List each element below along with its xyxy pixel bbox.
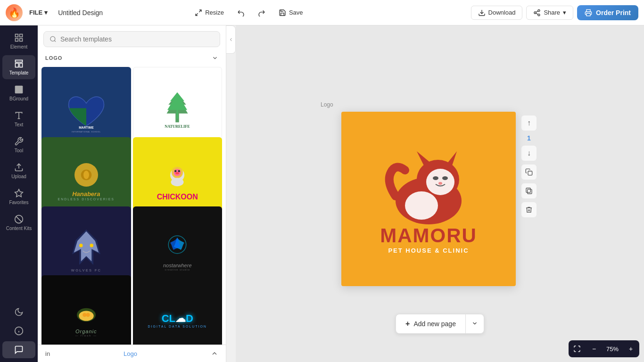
download-button[interactable]: Download — [471, 6, 523, 20]
sidebar-item-info[interactable] — [2, 322, 35, 339]
canvas-card[interactable]: MAMORU PET HOUSE & CLINIC — [341, 112, 516, 286]
bground-icon — [14, 85, 24, 94]
template-icon — [14, 59, 24, 68]
add-new-page-button[interactable]: + Add new page — [396, 315, 465, 333]
mamoru-cat-svg — [381, 144, 476, 224]
svg-marker-51 — [447, 151, 457, 165]
duplicate-button[interactable] — [521, 183, 537, 198]
svg-point-38 — [175, 172, 179, 174]
chevron-down-icon — [212, 55, 218, 61]
clod-sub: DIGITAL DATA SOLUTION — [148, 325, 207, 328]
svg-rect-11 — [16, 60, 23, 62]
svg-point-52 — [405, 191, 438, 220]
hanabera-icon — [79, 168, 93, 182]
svg-point-40 — [79, 244, 83, 247]
info-icon — [14, 326, 24, 336]
sidebar-label-bground: BGround — [9, 96, 28, 101]
order-print-button[interactable]: Order Print — [577, 5, 638, 20]
save-button[interactable]: Save — [274, 6, 308, 19]
zoom-bar: − 75% + — [569, 340, 639, 357]
svg-rect-14 — [15, 86, 23, 94]
svg-line-4 — [536, 13, 538, 15]
save-icon — [279, 9, 286, 16]
sidebar-item-night[interactable] — [2, 304, 35, 321]
add-page-bar: + Add new page — [396, 314, 484, 334]
share-button[interactable]: Share ▾ — [526, 6, 573, 20]
tool-icon — [14, 137, 24, 146]
undo-button[interactable] — [232, 6, 249, 19]
zoom-in-button[interactable]: + — [622, 340, 639, 357]
undo-icon — [237, 9, 245, 16]
file-chevron-icon: ▾ — [44, 9, 48, 16]
svg-text:WOLVES FC: WOLVES FC — [71, 268, 101, 272]
svg-point-56 — [438, 182, 442, 185]
footer-up-icon[interactable] — [211, 350, 218, 357]
plus-icon: + — [405, 320, 410, 328]
svg-line-20 — [16, 216, 22, 222]
star-icon — [14, 189, 24, 198]
delete-button[interactable] — [521, 202, 537, 217]
logo-section-header[interactable]: LOGO — [38, 51, 226, 65]
search-box[interactable] — [43, 31, 220, 47]
download-icon — [478, 9, 486, 16]
template-card-cloud[interactable]: CL☁D DIGITAL DATA SOLUTION — [133, 275, 223, 345]
sidebar-item-content-kits[interactable]: Content Kits — [2, 211, 35, 235]
sidebar-label-template: Template — [9, 70, 29, 75]
mamoru-brand: MAMORU PET HOUSE & CLINIC — [380, 224, 477, 254]
moon-icon — [14, 307, 24, 317]
move-down-button[interactable]: ↓ — [521, 146, 537, 161]
add-page-options-button[interactable] — [466, 315, 484, 333]
logo-section-label: LOGO — [45, 55, 62, 61]
svg-text:INTERNATIONAL SCHOOL: INTERNATIONAL SCHOOL — [72, 131, 100, 132]
move-up-button[interactable]: ↑ — [521, 115, 537, 131]
sidebar-item-element[interactable]: Element — [2, 29, 35, 53]
sidebar-item-text[interactable]: Text — [2, 107, 35, 131]
printer-icon — [585, 9, 592, 16]
share-icon — [533, 9, 541, 16]
svg-point-55 — [442, 176, 448, 180]
footer-logo-link[interactable]: Logo — [124, 350, 137, 357]
template-panel: LOGO MARTIME INTERNATIONAL SCHOOL — [38, 25, 226, 362]
resize-button[interactable]: Resize — [190, 6, 229, 19]
zoom-out-button[interactable]: − — [586, 340, 603, 357]
search-icon — [50, 35, 57, 43]
sidebar-item-bground[interactable]: BGround — [2, 81, 35, 105]
element-icon — [14, 33, 24, 42]
copy-icon — [525, 168, 533, 176]
search-input[interactable] — [60, 35, 214, 43]
template-card-organic[interactable]: Organic — fresh — — [41, 275, 131, 345]
sidebar-item-template[interactable]: Template — [2, 55, 35, 79]
svg-rect-7 — [16, 34, 18, 37]
sidebar-item-tool[interactable]: Tool — [2, 133, 35, 157]
page-label: Logo — [321, 101, 333, 108]
doc-title[interactable]: Untitled Design — [54, 7, 107, 18]
chickoon-svg — [163, 163, 191, 191]
sidebar-label-text: Text — [15, 122, 23, 127]
redo-button[interactable] — [253, 6, 270, 19]
file-menu[interactable]: FILE ▾ — [26, 7, 50, 18]
sidebar-item-upload[interactable]: Upload — [2, 159, 35, 183]
fullscreen-button[interactable] — [569, 340, 586, 357]
search-area — [38, 25, 226, 51]
svg-rect-10 — [16, 39, 18, 41]
chickoon-label: CHICKOON — [157, 193, 198, 201]
file-label: FILE — [29, 9, 42, 16]
svg-point-39 — [171, 178, 184, 186]
sidebar-label-favorites: Favorites — [9, 200, 28, 205]
copy-button[interactable] — [521, 165, 537, 180]
resize-icon — [195, 9, 202, 16]
app-logo[interactable]: 🔥 — [6, 4, 23, 21]
sidebar: Element Template BGround Text Tool Uploa… — [0, 25, 38, 362]
upload-icon — [14, 163, 24, 172]
svg-point-24 — [50, 36, 55, 41]
chevron-left-icon — [228, 37, 234, 42]
panel-collapse-button[interactable] — [226, 25, 236, 54]
maritime-logo-svg: MARTIME INTERNATIONAL SCHOOL — [65, 90, 107, 133]
sidebar-label-element: Element — [10, 44, 28, 49]
chat-icon — [14, 345, 24, 354]
canvas-area: Logo — [236, 25, 644, 362]
zoom-in-icon: + — [629, 345, 633, 353]
sidebar-item-chat[interactable] — [2, 341, 35, 358]
sidebar-item-favorites[interactable]: Favorites — [2, 185, 35, 209]
svg-point-3 — [538, 14, 540, 16]
